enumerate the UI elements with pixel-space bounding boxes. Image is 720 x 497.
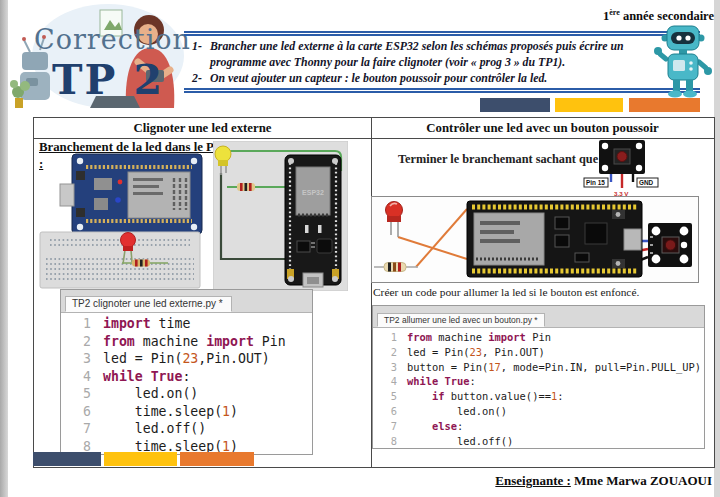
breadboard: [40, 232, 200, 288]
code-line: 3button = Pin(17, mode=Pin.IN, pull=Pin.…: [373, 360, 704, 375]
code-line: 2from machine import Pin: [61, 333, 312, 351]
svg-text:GND: GND: [639, 179, 654, 186]
column-header-left: Clignoter une led externe: [34, 118, 371, 139]
code-line: 4while True:: [61, 368, 312, 386]
code-line: 3led = Pin(23,Pin.OUT): [61, 350, 312, 368]
page-title: Correction: [34, 24, 191, 55]
esp32-panel-diagram: ESP32: [213, 141, 348, 291]
resistor: [374, 263, 418, 272]
instructions-box: 1- Brancher une led externe à la carte E…: [184, 31, 700, 93]
code-editor-left: TP2 clignoter une led externe.py * 1impo…: [60, 289, 313, 455]
teacher-signature: Enseignante : Mme Marwa ZOUAOUI: [400, 473, 712, 489]
wiring-diagram: [372, 197, 698, 282]
esp32-board: ESP32: [285, 155, 341, 287]
code-line: 5 led.on(): [61, 385, 312, 403]
code-line: 4while True:: [373, 374, 704, 389]
grade-label: 1ère année secondaire: [548, 8, 714, 24]
editor-tabbar: TP2 clignoter une led externe.py *: [61, 290, 312, 313]
page-subtitle: TP 2: [52, 56, 164, 104]
button-module: [648, 223, 692, 267]
code-line: 6 led.on(): [373, 404, 704, 419]
scan-edge-left: [0, 0, 8, 497]
resistor: [237, 183, 255, 191]
button-module-legend: Pin 15 GND 3.3 V: [583, 138, 661, 198]
robot-icon: [652, 24, 714, 100]
decor-bar-navy: [33, 452, 101, 466]
code-line: 7 led.off(): [61, 420, 312, 438]
wiring-panel: [371, 196, 699, 283]
code-line: 1from machine import Pin: [373, 330, 704, 345]
esp32-devkit-board: [60, 154, 202, 234]
decor-bar-navy: [480, 98, 550, 112]
column-header-right: Contrôler une led avec un bouton poussoi…: [371, 118, 714, 139]
esp32-board: [467, 201, 642, 277]
code-line: 8 led.off(): [373, 434, 704, 449]
editor-tabbar: TP2 allumer une led avec un bouton.py *: [373, 306, 704, 328]
worksheet-page: Correction TP 2 1ère année secondaire 1-…: [0, 0, 720, 497]
code-area: 1from machine import Pin2led = Pin(23, P…: [373, 328, 704, 448]
code-caption: Créer un code pour allumer la led si le …: [373, 286, 703, 298]
svg-text:Pin 15: Pin 15: [586, 179, 605, 186]
code-line: 5 if button.value()==1:: [373, 389, 704, 404]
instruction-item: 1- Brancher une led externe à la carte E…: [192, 39, 690, 71]
instruction-item: 2- On veut ajouter un capteur : le bouto…: [192, 71, 690, 87]
code-line: 6 time.sleep(1): [61, 403, 312, 421]
code-line: 1import time: [61, 315, 312, 333]
code-line: 7 else:: [373, 419, 704, 434]
svg-text:ESP32: ESP32: [302, 189, 324, 196]
decor-bar-yellow: [555, 98, 623, 112]
led-wiring-diagram: [36, 152, 214, 292]
code-editor-right: TP2 allumer une led avec un bouton.py * …: [372, 305, 705, 449]
red-led: [386, 202, 403, 238]
decor-bar-orange: [629, 98, 700, 112]
code-area: 1import time2from machine import Pin3led…: [61, 313, 312, 455]
decor-bar-orange: [180, 452, 254, 466]
editor-tab: TP2 clignoter une led externe.py *: [65, 296, 232, 312]
editor-tab: TP2 allumer une led avec un bouton.py *: [377, 313, 545, 327]
code-line: 2led = Pin(23, Pin.OUT): [373, 345, 704, 360]
decor-bar-yellow: [104, 452, 177, 466]
